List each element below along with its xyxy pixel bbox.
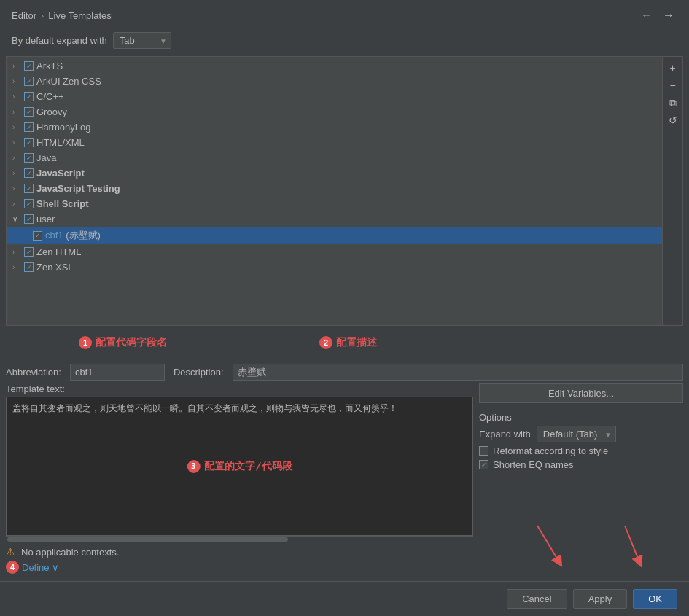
cbf1-checkbox[interactable] <box>33 231 42 241</box>
callout-1: 1 配置代码字段名 <box>79 336 167 349</box>
tree-item-jstesting[interactable]: › JavaScript Testing <box>7 181 662 196</box>
add-template-button[interactable]: + <box>665 60 681 76</box>
default-expand-row: By default expand with Tab Enter Space ▼ <box>0 28 689 56</box>
tree-item-arkui[interactable]: › ArkUI Zen CSS <box>7 74 662 89</box>
template-editor[interactable]: 盖将自其变者而观之，则天地曾不能以一瞬。自其不变者而观之，则物与我皆无尽也，而又… <box>6 397 473 536</box>
arkui-label: ArkUI Zen CSS <box>36 76 101 87</box>
cancel-button[interactable]: Cancel <box>507 589 567 609</box>
breadcrumb: Editor › Live Templates <box>12 10 112 21</box>
javascript-label: JavaScript <box>36 168 85 179</box>
abbreviation-input[interactable] <box>70 364 165 381</box>
tree-item-groovy[interactable]: › Groovy <box>7 104 662 120</box>
expand-with-select-wrapper: Default (Tab) Tab Enter Space ▼ <box>537 426 616 442</box>
remove-template-button[interactable]: − <box>665 77 681 93</box>
no-context-text: No applicable contexts. <box>21 547 119 558</box>
chevron-icon: › <box>12 169 21 177</box>
tree-item-zenxsl[interactable]: › Zen XSL <box>7 260 662 275</box>
ok-button[interactable]: OK <box>633 589 677 609</box>
chevron-icon: › <box>12 184 21 192</box>
groovy-checkbox[interactable] <box>24 107 34 117</box>
define-row: 4 Define ∨ <box>6 561 473 577</box>
chevron-icon: › <box>12 123 21 131</box>
description-label: Description: <box>174 367 224 378</box>
shellscript-label: Shell Script <box>36 198 89 209</box>
arkts-label: ArkTS <box>36 61 63 71</box>
shorten-label: Shorten EQ names <box>493 459 574 470</box>
tree-item-shellscript[interactable]: › Shell Script <box>7 196 662 211</box>
javascript-checkbox[interactable] <box>24 168 34 178</box>
shellscript-checkbox[interactable] <box>24 199 34 208</box>
expand-select-wrapper: Tab Enter Space ▼ <box>113 32 171 49</box>
nav-forward-button[interactable]: → <box>660 7 677 23</box>
shorten-row: Shorten EQ names <box>479 459 683 470</box>
reformat-label: Reformat according to style <box>493 445 608 456</box>
tree-item-javascript[interactable]: › JavaScript <box>7 165 662 181</box>
reformat-row: Reformat according to style <box>479 445 683 456</box>
description-input[interactable] <box>233 364 683 381</box>
nav-back-button[interactable]: ← <box>638 7 655 23</box>
define-link[interactable]: Define ∨ <box>22 562 59 573</box>
scrollbar-thumb <box>7 537 288 542</box>
fields-row: Abbreviation: Description: <box>6 359 683 383</box>
tree-item-arkts[interactable]: › ArkTS <box>7 58 662 74</box>
arkts-checkbox[interactable] <box>24 61 34 71</box>
copy-template-button[interactable]: ⧉ <box>665 95 681 111</box>
harmonylog-label: HarmonyLog <box>36 122 90 133</box>
shorten-checkbox[interactable] <box>479 460 488 469</box>
options-section: Options Expand with Default (Tab) Tab En… <box>479 409 683 470</box>
default-expand-select[interactable]: Tab Enter Space <box>113 32 171 49</box>
jstesting-checkbox[interactable] <box>24 184 34 193</box>
chevron-icon: › <box>12 200 21 208</box>
cpp-checkbox[interactable] <box>24 92 34 101</box>
callout-3-num: 3 <box>187 460 200 473</box>
chevron-icon: › <box>12 263 21 271</box>
chevron-icon: › <box>12 248 21 256</box>
tree-item-java[interactable]: › Java <box>7 150 662 165</box>
groovy-label: Groovy <box>36 106 67 117</box>
horizontal-scrollbar[interactable] <box>6 536 473 542</box>
settings-dialog: Editor › Live Templates ← → By default e… <box>0 0 689 616</box>
java-checkbox[interactable] <box>24 153 34 163</box>
tree-item-cbf1[interactable]: cbf1 (赤壁赋) <box>7 227 662 244</box>
chevron-open-icon: ∨ <box>12 215 21 223</box>
tree-area: › ArkTS › ArkUI Zen CSS › C/C++ › Groovy <box>6 56 683 326</box>
tree-item-user[interactable]: ∨ user <box>7 211 662 227</box>
reset-template-button[interactable]: ↺ <box>665 112 681 128</box>
callout-1-num: 1 <box>79 336 92 349</box>
callout-3: 3 配置的文字/代码段 <box>187 460 292 473</box>
footer: Cancel Apply OK <box>0 581 689 616</box>
svg-line-1 <box>625 526 639 562</box>
arkui-checkbox[interactable] <box>24 77 34 86</box>
expand-with-label: Expand with <box>479 429 531 440</box>
harmonylog-checkbox[interactable] <box>24 122 34 132</box>
tree-item-htmlxml[interactable]: › HTML/XML <box>7 135 662 150</box>
template-text-label: Template text: <box>6 383 473 394</box>
zenxsl-checkbox[interactable] <box>24 262 34 272</box>
htmlxml-checkbox[interactable] <box>24 138 34 147</box>
edit-variables-button[interactable]: Edit Variables... <box>479 383 683 403</box>
reformat-checkbox[interactable] <box>479 446 488 456</box>
tree-item-zenhtml[interactable]: › Zen HTML <box>7 244 662 260</box>
template-left: Template text: 盖将自其变者而观之，则天地曾不能以一瞬。自其不变者… <box>6 383 473 577</box>
footer-arrows-area <box>479 491 683 577</box>
user-checkbox[interactable] <box>24 214 34 224</box>
apply-button[interactable]: Apply <box>573 589 628 609</box>
arrows-svg <box>479 518 683 577</box>
cbf1-chinese: (赤壁赋) <box>66 230 101 241</box>
bottom-panel: 1 配置代码字段名 2 配置描述 Abbreviation: Descripti… <box>6 330 683 577</box>
annotation-row-1: 1 配置代码字段名 2 配置描述 <box>6 333 683 359</box>
abbreviation-label: Abbreviation: <box>6 367 61 378</box>
tree-item-cpp[interactable]: › C/C++ <box>7 89 662 104</box>
options-label: Options <box>479 412 683 423</box>
callout-1-text: 配置代码字段名 <box>96 336 167 349</box>
tree-list: › ArkTS › ArkUI Zen CSS › C/C++ › Groovy <box>7 57 662 325</box>
nav-arrows: ← → <box>638 7 677 23</box>
zenhtml-checkbox[interactable] <box>24 247 34 257</box>
zenxsl-label: Zen XSL <box>36 262 74 273</box>
zenhtml-label: Zen HTML <box>36 246 81 257</box>
tree-item-harmonylog[interactable]: › HarmonyLog <box>7 120 662 135</box>
java-label: Java <box>36 152 56 163</box>
cpp-label: C/C++ <box>36 91 64 102</box>
callout-2: 2 配置描述 <box>319 336 377 349</box>
expand-with-select[interactable]: Default (Tab) Tab Enter Space <box>537 426 616 442</box>
